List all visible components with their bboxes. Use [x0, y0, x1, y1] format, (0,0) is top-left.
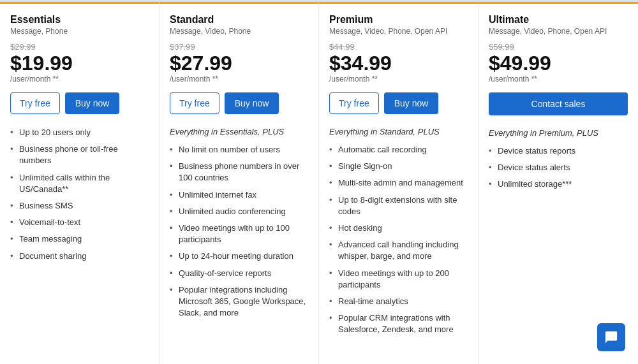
chat-icon — [604, 330, 618, 344]
list-item: Device status alerts — [489, 162, 628, 173]
plan-original-price-essentials: $29.99 — [10, 42, 149, 52]
btn-group-premium: Try freeBuy now — [329, 92, 468, 114]
list-item: Business phone or toll-free numbers — [10, 143, 149, 166]
list-item: Unlimited storage*** — [489, 178, 628, 190]
plan-current-price-premium: $34.99 — [329, 53, 468, 73]
chat-widget[interactable] — [597, 323, 625, 351]
plan-tagline-essentials: Message, Phone — [10, 27, 149, 36]
btn-group-standard: Try freeBuy now — [170, 92, 308, 114]
plan-col-ultimate: UltimateMessage, Video, Phone, Open API$… — [478, 2, 638, 364]
feature-list-standard: No limit on number of usersBusiness phon… — [170, 144, 308, 319]
plan-original-price-ultimate: $59.99 — [489, 42, 628, 52]
list-item: Video meetings with up to 200 participan… — [329, 268, 468, 291]
try-free-button-premium[interactable]: Try free — [329, 92, 379, 114]
section-label-standard: Everything in Essentials, PLUS — [170, 127, 308, 136]
list-item: Video meetings with up to 100 participan… — [170, 222, 308, 245]
plan-name-ultimate: Ultimate — [489, 14, 628, 25]
list-item: Unlimited audio conferencing — [170, 206, 308, 217]
try-free-button-standard[interactable]: Try free — [170, 92, 219, 114]
buy-now-button-premium[interactable]: Buy now — [384, 92, 439, 114]
plan-name-essentials: Essentials — [10, 14, 149, 25]
btn-group-essentials: Try freeBuy now — [10, 92, 149, 114]
list-item: Up to 8-digit extensions with site codes — [329, 194, 468, 217]
plan-current-price-ultimate: $49.99 — [489, 53, 628, 73]
plan-tagline-premium: Message, Video, Phone, Open API — [329, 27, 468, 36]
plan-col-essentials: EssentialsMessage, Phone$29.99$19.99/use… — [0, 2, 160, 364]
list-item: Team messaging — [10, 233, 149, 245]
plan-price-note-essentials: /user/month ** — [10, 75, 149, 84]
plan-original-price-standard: $37.99 — [170, 42, 308, 52]
list-item: Voicemail-to-text — [10, 217, 149, 228]
plan-price-note-premium: /user/month ** — [329, 75, 468, 84]
list-item: Up to 20 users only — [10, 127, 149, 138]
plan-original-price-premium: $44.99 — [329, 42, 468, 52]
section-label-premium: Everything in Standard, PLUS — [329, 127, 468, 136]
feature-list-ultimate: Device status reportsDevice status alert… — [489, 145, 628, 191]
list-item: Device status reports — [489, 145, 628, 157]
feature-list-essentials: Up to 20 users onlyBusiness phone or tol… — [10, 127, 149, 262]
list-item: Up to 24-hour meeting duration — [170, 251, 308, 262]
list-item: Document sharing — [10, 251, 149, 262]
list-item: Unlimited calls within the US/Canada** — [10, 172, 149, 195]
plan-current-price-standard: $27.99 — [170, 53, 308, 73]
pricing-grid: EssentialsMessage, Phone$29.99$19.99/use… — [0, 0, 638, 364]
plan-name-premium: Premium — [329, 14, 468, 25]
plan-col-premium: PremiumMessage, Video, Phone, Open API$4… — [319, 2, 478, 364]
try-free-button-essentials[interactable]: Try free — [10, 92, 60, 114]
list-item: Multi-site admin and management — [329, 177, 468, 189]
buy-now-button-standard[interactable]: Buy now — [225, 92, 279, 114]
list-item: Hot desking — [329, 222, 468, 234]
plan-current-price-essentials: $19.99 — [10, 53, 149, 73]
plan-price-note-standard: /user/month ** — [170, 75, 308, 84]
list-item: Popular integrations including Microsoft… — [170, 284, 308, 319]
section-label-ultimate: Everything in Premium, PLUS — [489, 128, 628, 138]
plan-price-note-ultimate: /user/month ** — [489, 75, 628, 84]
contact-sales-button-ultimate[interactable]: Contact sales — [489, 92, 628, 115]
list-item: Advanced call handling including whisper… — [329, 239, 468, 262]
list-item: Business phone numbers in over 100 count… — [170, 161, 308, 184]
list-item: Quality-of-service reports — [170, 268, 308, 279]
list-item: Automatic call recording — [329, 144, 468, 156]
list-item: Business SMS — [10, 200, 149, 212]
list-item: Real-time analytics — [329, 296, 468, 307]
plan-col-standard: StandardMessage, Video, Phone$37.99$27.9… — [160, 2, 319, 364]
list-item: Popular CRM integrations with Salesforce… — [329, 312, 468, 335]
plan-tagline-standard: Message, Video, Phone — [170, 27, 308, 36]
plan-tagline-ultimate: Message, Video, Phone, Open API — [489, 27, 628, 36]
list-item: No limit on number of users — [170, 144, 308, 156]
feature-list-premium: Automatic call recordingSingle Sign-onMu… — [329, 144, 468, 335]
buy-now-button-essentials[interactable]: Buy now — [65, 92, 120, 114]
list-item: Unlimited internet fax — [170, 189, 308, 201]
plan-name-standard: Standard — [170, 14, 308, 25]
list-item: Single Sign-on — [329, 161, 468, 172]
